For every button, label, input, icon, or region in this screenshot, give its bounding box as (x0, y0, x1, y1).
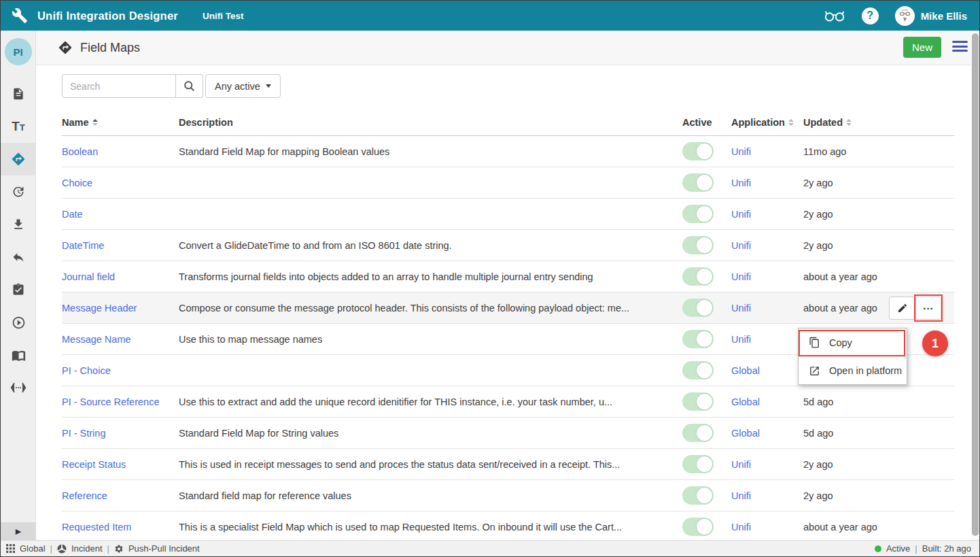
active-toggle[interactable] (682, 486, 714, 505)
sidebar-item-run[interactable] (1, 306, 36, 339)
environment-name[interactable]: Unifi Test (203, 11, 244, 21)
application-link[interactable]: Unifi (731, 178, 751, 188)
updated-text: 5d ago (803, 396, 939, 407)
edit-button[interactable] (889, 297, 916, 320)
sidebar-expand-button[interactable]: ▶ (1, 522, 36, 540)
column-header-updated[interactable]: Updated (803, 117, 939, 128)
sidebar-item-text-format[interactable]: TT (1, 110, 36, 143)
active-toggle[interactable] (682, 330, 714, 348)
active-toggle[interactable] (682, 392, 714, 411)
column-header-name[interactable]: Name (62, 117, 179, 128)
sidebar-item-documents[interactable] (1, 78, 36, 110)
table-row[interactable]: Requested Item This is a specialist Fiel… (62, 511, 954, 540)
fieldmap-name-link[interactable]: Requested Item (62, 522, 131, 533)
active-status-icon (875, 545, 881, 552)
fieldmap-name-link[interactable]: PI - Choice (62, 365, 111, 376)
table-row[interactable]: DateTime Convert a GlideDateTime to and … (62, 230, 954, 261)
help-icon[interactable]: ? (862, 7, 879, 24)
fieldmap-description: Use this to extract and add the unique r… (179, 396, 679, 407)
table-row[interactable]: Date Unifi 2y ago (62, 199, 954, 230)
sidebar-item-tasks[interactable] (1, 273, 36, 306)
application-link[interactable]: Unifi (731, 490, 751, 501)
more-actions-button[interactable]: ... (916, 297, 941, 320)
glasses-icon[interactable] (824, 9, 845, 22)
table-row[interactable]: Choice Unifi 2y ago (62, 167, 954, 199)
toggle-knob (697, 362, 712, 378)
vertical-scrollbar[interactable] (971, 31, 979, 540)
toggle-knob (697, 519, 712, 535)
table-row[interactable]: Journal field Transforms journal fields … (62, 261, 954, 292)
table-row[interactable]: PI - String Standard Field Map for Strin… (62, 418, 954, 449)
table-row[interactable]: Reference Standard field map for referen… (62, 480, 954, 511)
active-toggle[interactable] (682, 424, 714, 442)
active-toggle[interactable] (682, 299, 714, 317)
scrollbar-thumb[interactable] (972, 33, 979, 536)
application-link[interactable]: Unifi (731, 271, 751, 282)
user-menu[interactable]: Mike Ellis (895, 6, 967, 26)
application-link[interactable]: Unifi (731, 303, 751, 314)
workspace-avatar[interactable]: PI (5, 38, 32, 65)
search-input[interactable] (62, 74, 176, 98)
fieldmap-name-link[interactable]: Date (62, 209, 83, 220)
application-link[interactable]: Unifi (731, 146, 751, 157)
application-link[interactable]: Global (731, 396, 760, 407)
fieldmap-name-link[interactable]: DateTime (62, 240, 104, 251)
fieldmap-name-link[interactable]: PI - Source Reference (62, 396, 159, 407)
application-link[interactable]: Unifi (731, 459, 751, 470)
statusbar-scope[interactable]: Global (20, 543, 46, 554)
row-context-menu: Copy Open in platform (798, 328, 907, 385)
status-bar: Global | Incident | Push-Pull Incident A… (1, 540, 979, 556)
sidebar-item-field-maps[interactable] (1, 143, 36, 175)
updated-text: 11mo ago (803, 146, 939, 157)
active-toggle[interactable] (682, 173, 714, 192)
context-menu-item-copy[interactable]: Copy (799, 328, 907, 356)
fieldmap-name-link[interactable]: Journal field (62, 271, 115, 282)
new-button[interactable]: New (903, 37, 941, 58)
active-toggle[interactable] (682, 236, 714, 254)
context-menu-item-open-in-platform[interactable]: Open in platform (799, 356, 907, 384)
sidebar-item-history[interactable] (1, 175, 36, 208)
fieldmap-name-link[interactable]: Reference (62, 490, 107, 501)
open-in-platform-label: Open in platform (829, 365, 902, 376)
table-row[interactable]: PI - Source Reference Use this to extrac… (62, 386, 954, 418)
sidebar-item-reply[interactable] (1, 241, 36, 273)
toggle-knob (697, 206, 712, 222)
active-toggle[interactable] (682, 267, 714, 286)
updated-text: about a year ago (803, 522, 939, 533)
active-toggle[interactable] (682, 142, 714, 161)
active-toggle[interactable] (682, 205, 714, 223)
statusbar-process[interactable]: Incident (71, 543, 103, 554)
application-link[interactable]: Global (731, 428, 760, 439)
fieldmap-name-link[interactable]: PI - String (62, 428, 105, 439)
fieldmap-description: This is used in receipt messages to send… (179, 459, 679, 470)
menu-icon[interactable] (952, 41, 968, 54)
column-header-application[interactable]: Application (731, 117, 803, 128)
search-button[interactable] (176, 74, 203, 98)
fieldmap-description: Standard Field Map for mapping Boolean v… (179, 146, 679, 157)
statusbar-status: Active (886, 543, 910, 554)
sidebar-item-download[interactable] (1, 208, 36, 241)
download-icon (12, 218, 25, 231)
fieldmap-name-link[interactable]: Message Name (62, 334, 131, 345)
fieldmap-name-link[interactable]: Receipt Status (62, 459, 126, 470)
active-toggle[interactable] (682, 518, 714, 536)
table-row[interactable]: Receipt Status This is used in receipt m… (62, 449, 954, 480)
fieldmap-name-link[interactable]: Boolean (62, 146, 98, 157)
table-row[interactable]: Boolean Standard Field Map for mapping B… (62, 136, 954, 167)
application-link[interactable]: Global (731, 365, 760, 376)
statusbar-integration[interactable]: Push-Pull Incident (128, 543, 200, 554)
table-row[interactable]: Message Header Compose or consume the me… (62, 292, 954, 324)
incident-icon (57, 544, 67, 554)
application-link[interactable]: Unifi (731, 334, 751, 345)
fieldmap-name-link[interactable]: Choice (62, 178, 92, 188)
application-link[interactable]: Unifi (731, 209, 751, 220)
active-toggle[interactable] (682, 361, 714, 379)
active-toggle[interactable] (682, 455, 714, 473)
sidebar-item-code[interactable] (1, 371, 36, 404)
active-filter-dropdown[interactable]: Any active (205, 74, 281, 98)
sidebar-item-docs[interactable] (1, 339, 36, 371)
application-link[interactable]: Unifi (731, 240, 751, 251)
application-link[interactable]: Unifi (731, 522, 751, 533)
search-icon (183, 80, 195, 92)
fieldmap-name-link[interactable]: Message Header (62, 303, 137, 314)
